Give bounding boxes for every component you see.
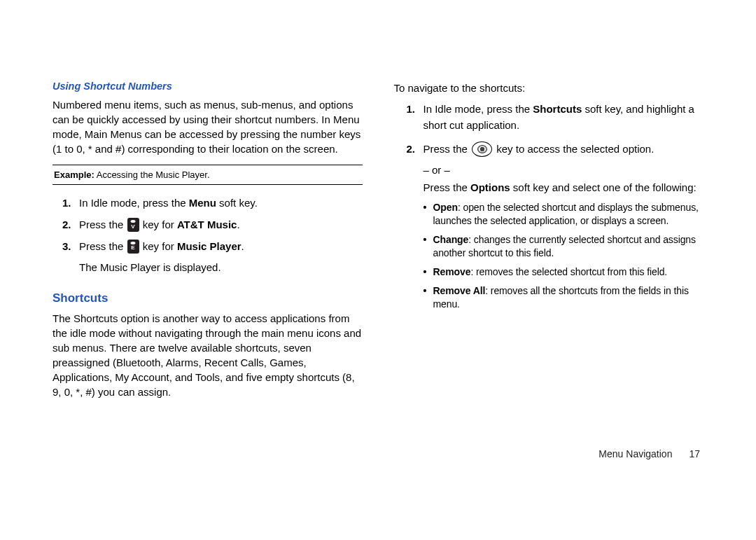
step-2: Press the V key for AT&T Music. (62, 216, 363, 234)
left-column: Using Shortcut Numbers Numbered menu ite… (52, 81, 363, 406)
bullet-removeall-b: Remove All (433, 285, 486, 296)
step3-sub: The Music Player is displayed. (79, 259, 363, 275)
step2-text-d: . (237, 219, 239, 230)
bullet-change: Change: changes the currently selected s… (424, 233, 704, 260)
step1-text-c: soft key. (216, 197, 258, 209)
step2-text-a: Press the (79, 219, 127, 230)
step2-text-b: key for (140, 219, 177, 230)
nav1-a: In Idle mode, press the (424, 103, 533, 115)
nav-intro: To navigate to the shortcuts: (394, 81, 704, 95)
step3-text-d: . (241, 240, 244, 252)
step3-text-b: key for (140, 240, 177, 252)
nav-step-1: In Idle mode, press the Shortcuts soft k… (407, 101, 704, 134)
bullet-remove-all: Remove All: removes all the shortcuts fr… (424, 284, 704, 311)
bullet-change-b: Change (433, 234, 469, 245)
bullet-open-t: : open the selected shortcut and display… (433, 202, 699, 226)
bullet-open-b: Open (433, 202, 458, 213)
example-label: Example: (54, 169, 94, 180)
bullet-open: Open: open the selected shortcut and dis… (424, 201, 704, 228)
or-line: – or – (424, 164, 704, 176)
nav2-b: key to access the selected option. (493, 143, 654, 155)
step-3: Press the E key for Music Player. (62, 238, 363, 256)
heading-shortcuts: Shortcuts (52, 291, 363, 305)
bullet-remove-b: Remove (433, 266, 471, 277)
nav-step-2: Press the key to access the selected opt… (407, 141, 704, 157)
step1-text-a: In Idle mode, press the (79, 197, 189, 209)
example-steps-list: In Idle mode, press the Menu soft key. P… (62, 195, 363, 255)
step2-bold: AT&T Music (177, 219, 237, 230)
step1-bold: Menu (189, 197, 216, 209)
para-shortcut-numbers: Numbered menu items, such as menus, sub-… (52, 97, 363, 156)
or-para: Press the Options soft key and select on… (424, 180, 704, 196)
page-content: Using Shortcut Numbers Numbered menu ite… (52, 81, 704, 406)
footer-section: Menu Navigation (598, 448, 672, 459)
bullet-remove: Remove: removes the selected shortcut fr… (424, 265, 704, 279)
round-key-icon (472, 141, 492, 157)
page-footer: Menu Navigation17 (598, 448, 700, 459)
bullet-change-t: : changes the currently selected shortcu… (433, 234, 696, 258)
step-1: In Idle mode, press the Menu soft key. (62, 195, 363, 212)
orpara-b: Options (470, 181, 510, 193)
key-v-icon: V (127, 218, 139, 232)
nav-steps-list: In Idle mode, press the Shortcuts soft k… (407, 101, 704, 157)
step3-bold: Music Player (177, 240, 241, 252)
options-bullet-list: Open: open the selected shortcut and dis… (424, 201, 704, 310)
orpara-c: soft key and select one of the following… (510, 181, 696, 193)
orpara-a: Press the (424, 181, 471, 193)
example-box: Example: Accessing the Music Player. (52, 165, 363, 185)
step3-text-a: Press the (79, 240, 127, 252)
para-shortcuts: The Shortcuts option is another way to a… (52, 311, 363, 399)
heading-using-shortcut-numbers: Using Shortcut Numbers (52, 81, 363, 92)
footer-page-num: 17 (689, 448, 700, 459)
nav1-b: Shortcuts (533, 103, 582, 115)
right-column: To navigate to the shortcuts: In Idle mo… (394, 81, 704, 406)
bullet-remove-t: : removes the selected shortcut from thi… (470, 266, 667, 277)
example-text: Accessing the Music Player. (94, 169, 210, 180)
nav2-a: Press the (424, 143, 471, 155)
key-e-icon: E (127, 240, 139, 254)
